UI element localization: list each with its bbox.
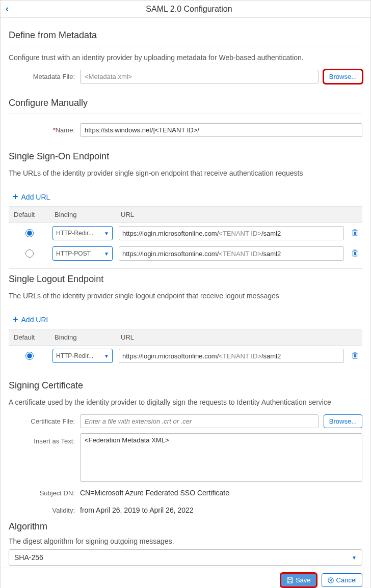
sso-binding-select-2[interactable]: HTTP-POST ▼ bbox=[52, 246, 113, 261]
page-title: SAML 2.0 Configuration bbox=[13, 5, 365, 14]
cancel-button[interactable]: Cancel bbox=[322, 573, 362, 587]
plus-icon: + bbox=[13, 191, 18, 202]
configure-manually-heading: Configure Manually bbox=[9, 98, 362, 108]
algorithm-select[interactable]: SHA-256 ▼ bbox=[9, 549, 362, 566]
validity-label: Validity: bbox=[9, 507, 75, 514]
name-label: *Name: bbox=[9, 126, 75, 134]
algorithm-hint: The digest algorithm for signing outgoin… bbox=[9, 537, 362, 545]
svg-rect-0 bbox=[287, 577, 293, 583]
slo-delete-button-1[interactable] bbox=[347, 350, 362, 362]
metadata-browse-button[interactable]: Browse... bbox=[324, 70, 362, 83]
metadata-hint: Configure trust with an identity provide… bbox=[9, 53, 362, 62]
trash-icon bbox=[351, 351, 359, 359]
save-button[interactable]: Save bbox=[281, 573, 316, 587]
chevron-down-icon: ▼ bbox=[104, 251, 109, 257]
slo-heading: Single Logout Endpoint bbox=[9, 274, 362, 285]
chevron-down-icon: ▼ bbox=[104, 353, 109, 359]
slo-url-input-1[interactable]: https://login.microsoftonline.com/<TENAN… bbox=[119, 349, 344, 363]
metadata-file-input[interactable] bbox=[80, 70, 319, 83]
slo-default-radio-1[interactable] bbox=[25, 352, 34, 360]
table-row: HTTP-Redir... ▼ https://login.microsofto… bbox=[9, 223, 362, 243]
validity-value: from April 26, 2019 to April 26, 2022 bbox=[80, 504, 194, 516]
trash-icon bbox=[351, 229, 359, 237]
sso-heading: Single Sign-On Endpoint bbox=[9, 151, 362, 162]
sso-default-radio-1[interactable] bbox=[25, 229, 34, 237]
back-icon[interactable]: ‹ bbox=[6, 4, 13, 14]
sso-url-input-2[interactable]: https://login.microsoftonline.com/<TENAN… bbox=[119, 246, 344, 261]
sso-delete-button-1[interactable] bbox=[347, 228, 362, 239]
define-metadata-heading: Define from Metadata bbox=[9, 30, 362, 41]
save-icon bbox=[286, 577, 294, 584]
slo-table-header: Default Binding URL bbox=[9, 329, 362, 346]
sso-binding-select-1[interactable]: HTTP-Redir... ▼ bbox=[52, 226, 113, 240]
trash-icon bbox=[351, 249, 359, 257]
chevron-down-icon: ▼ bbox=[352, 555, 357, 561]
sso-default-radio-2[interactable] bbox=[25, 249, 34, 258]
slo-add-url-button[interactable]: + Add URL bbox=[13, 314, 50, 325]
metadata-file-label: Metadata File: bbox=[9, 73, 75, 80]
name-input[interactable] bbox=[80, 123, 362, 137]
plus-icon: + bbox=[13, 314, 18, 325]
cert-hint: A certificate used by the identity provi… bbox=[9, 398, 362, 406]
subject-dn-value: CN=Microsoft Azure Federated SSO Certifi… bbox=[80, 487, 229, 499]
subject-dn-label: Subject DN: bbox=[9, 489, 75, 497]
chevron-down-icon: ▼ bbox=[104, 231, 109, 236]
sso-hint: The URLs of the identity provider single… bbox=[9, 169, 362, 177]
cert-file-input[interactable] bbox=[80, 414, 319, 428]
cert-file-label: Certificate File: bbox=[9, 417, 75, 425]
sso-add-url-button[interactable]: + Add URL bbox=[13, 191, 50, 202]
algorithm-heading: Algorithm bbox=[9, 521, 362, 532]
cert-heading: Signing Certificate bbox=[9, 380, 362, 391]
sso-table-header: Default Binding URL bbox=[9, 206, 362, 223]
table-row: HTTP-Redir... ▼ https://login.microsofto… bbox=[9, 346, 362, 366]
table-row: HTTP-POST ▼ https://login.microsoftonlin… bbox=[9, 243, 362, 264]
cert-text-label: Insert as Text: bbox=[9, 433, 75, 445]
slo-hint: The URLs of the identity provider single… bbox=[9, 292, 362, 300]
slo-binding-select-1[interactable]: HTTP-Redir... ▼ bbox=[52, 349, 113, 363]
cert-text-input[interactable] bbox=[80, 433, 362, 482]
sso-delete-button-2[interactable] bbox=[347, 248, 362, 260]
sso-url-input-1[interactable]: https://login.microsoftonline.com/<TENAN… bbox=[119, 226, 344, 240]
cert-browse-button[interactable]: Browse... bbox=[324, 414, 362, 428]
cancel-icon bbox=[327, 577, 334, 584]
